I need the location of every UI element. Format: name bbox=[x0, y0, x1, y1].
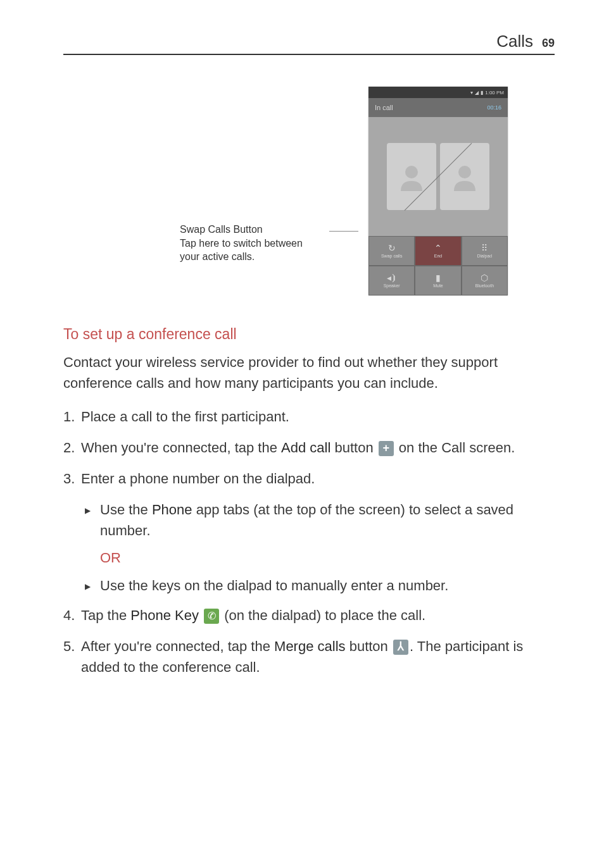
in-call-label: In call bbox=[375, 104, 393, 111]
intro-paragraph: Contact your wireless service provider t… bbox=[63, 352, 555, 394]
dialpad-button[interactable]: ⠿ Dialpad bbox=[462, 236, 508, 266]
swap-icon: ↻ bbox=[388, 244, 396, 252]
dialpad-label: Dialpad bbox=[477, 254, 492, 258]
step-5-b: button bbox=[346, 638, 392, 654]
add-call-icon bbox=[379, 441, 394, 456]
page-header: Calls 69 bbox=[63, 32, 555, 55]
signal-icon: ◢ bbox=[475, 90, 479, 96]
phone-screenshot: ▾ ◢ ▮ 1:00 PM In call 00:16 ↻ Swap calls… bbox=[368, 87, 508, 295]
step-2: When you're connected, tap the Add call … bbox=[63, 437, 555, 458]
avatars-area bbox=[368, 117, 508, 236]
bullet1-a: Use the bbox=[100, 502, 152, 518]
status-time: 1:00 PM bbox=[485, 90, 504, 96]
step-4-bold: Phone Key bbox=[130, 607, 199, 623]
figure-area: Swap Calls Button Tap here to switch bet… bbox=[133, 87, 555, 295]
phone-buttons-row-1: ↻ Swap calls ⌃ End ⠿ Dialpad bbox=[368, 236, 508, 266]
person-icon bbox=[449, 161, 481, 192]
merge-calls-icon bbox=[393, 640, 408, 655]
step-3-bullet-2: Use the keys on the dialpad to manually … bbox=[63, 575, 555, 596]
or-divider: OR bbox=[100, 550, 555, 566]
svg-point-1 bbox=[458, 166, 471, 178]
bullet1-bold: Phone bbox=[152, 502, 192, 518]
steps-list: Place a call to the first participant. W… bbox=[63, 406, 555, 489]
mute-button[interactable]: ▮ Mute bbox=[415, 266, 461, 295]
swap-label: Swap calls bbox=[381, 254, 402, 258]
speaker-button[interactable]: ◂⦘ Speaker bbox=[368, 266, 415, 295]
step-3: Enter a phone number on the dialpad. bbox=[63, 468, 555, 489]
phone-buttons-row-2: ◂⦘ Speaker ▮ Mute ⬡ Bluetooth bbox=[368, 266, 508, 295]
call-timer: 00:16 bbox=[487, 104, 501, 111]
callout-title: Swap Calls Button bbox=[180, 223, 319, 237]
step-2-bold: Add call bbox=[281, 440, 330, 456]
steps-list-cont: Tap the Phone Key (on the dialpad) to pl… bbox=[63, 605, 555, 678]
mute-icon: ▮ bbox=[436, 273, 441, 282]
step-1-text: Place a call to the first participant. bbox=[81, 409, 289, 425]
callout-description: Tap here to switch between your active c… bbox=[180, 237, 319, 264]
step-2-text-b: button bbox=[330, 440, 377, 456]
bullet2-text: Use the keys on the dialpad to manually … bbox=[100, 578, 448, 593]
phone-status-bar: ▾ ◢ ▮ 1:00 PM bbox=[368, 87, 508, 98]
bluetooth-icon: ⬡ bbox=[481, 273, 488, 282]
header-page-number: 69 bbox=[542, 37, 555, 50]
speaker-icon: ◂⦘ bbox=[387, 273, 396, 282]
wifi-icon: ▾ bbox=[470, 90, 473, 96]
caller-avatar-2 bbox=[440, 143, 489, 210]
svg-point-0 bbox=[405, 166, 418, 178]
step-4-a: Tap the bbox=[81, 607, 130, 623]
speaker-label: Speaker bbox=[384, 283, 400, 288]
step-4-c: (on the dialpad) to place the call. bbox=[220, 607, 425, 623]
step-2-text-c: on the Call screen. bbox=[395, 440, 515, 456]
person-icon bbox=[396, 161, 427, 192]
step-5: After you're connected, tap the Merge ca… bbox=[63, 636, 555, 678]
step-3-bullet-1: Use the Phone app tabs (at the top of th… bbox=[63, 499, 555, 541]
step-4-b bbox=[199, 607, 203, 623]
bluetooth-label: Bluetooth bbox=[475, 283, 494, 288]
dialpad-icon: ⠿ bbox=[481, 244, 488, 252]
in-call-bar: In call 00:16 bbox=[368, 98, 508, 117]
step-2-text-a: When you're connected, tap the bbox=[81, 440, 281, 456]
callout-label: Swap Calls Button Tap here to switch bet… bbox=[180, 223, 319, 264]
step-4: Tap the Phone Key (on the dialpad) to pl… bbox=[63, 605, 555, 626]
end-call-button[interactable]: ⌃ End bbox=[415, 236, 461, 266]
end-label: End bbox=[434, 254, 442, 258]
step-5-bold: Merge calls bbox=[274, 638, 345, 654]
callout-connector-line bbox=[329, 231, 358, 232]
step-3-text: Enter a phone number on the dialpad. bbox=[81, 471, 315, 487]
swap-calls-button[interactable]: ↻ Swap calls bbox=[368, 236, 415, 266]
caller-avatar-1 bbox=[387, 143, 436, 210]
step-1: Place a call to the first participant. bbox=[63, 406, 555, 427]
phone-key-icon bbox=[204, 609, 219, 624]
bluetooth-button[interactable]: ⬡ Bluetooth bbox=[462, 266, 508, 295]
mute-label: Mute bbox=[433, 283, 443, 288]
section-heading: To set up a conference call bbox=[63, 326, 555, 343]
step-5-a: After you're connected, tap the bbox=[81, 638, 274, 654]
battery-icon: ▮ bbox=[481, 90, 483, 96]
header-section-title: Calls bbox=[496, 32, 533, 51]
end-icon: ⌃ bbox=[434, 244, 442, 252]
